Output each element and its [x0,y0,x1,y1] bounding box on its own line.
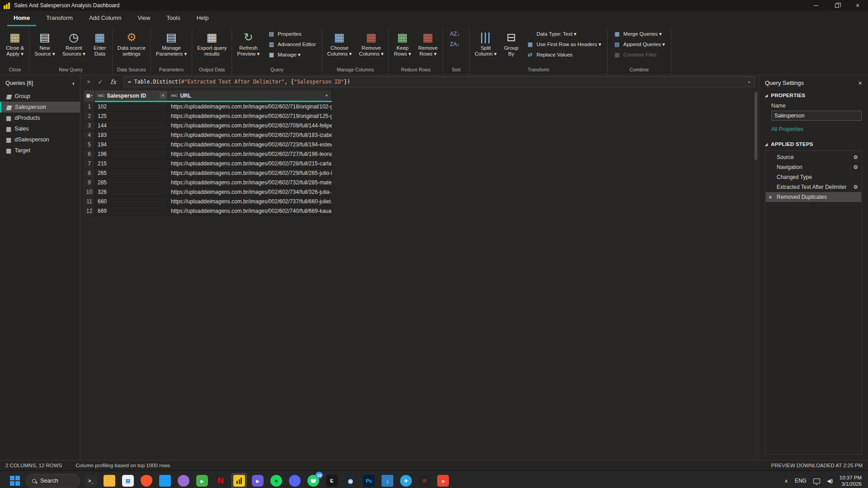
menu-tab[interactable]: Help [190,11,215,26]
cell-salesperson-id[interactable]: 183 [95,131,168,140]
formula-input[interactable]: = Table.Distinct(#"Extracted Text After … [123,76,755,87]
menu-tab[interactable]: Add Column [83,11,128,26]
scrollbar-thumb[interactable] [755,92,757,160]
cell-url[interactable]: https://uploaddeimagens.com.br/images/00… [168,188,332,197]
taskbar-app[interactable]: ▸ [194,473,210,488]
ribbon-button[interactable]: ▤ ManageParameters ▾ [153,29,190,58]
cell-url[interactable]: https://uploaddeimagens.com.br/images/00… [168,112,332,121]
cell-url[interactable]: https://uploaddeimagens.com.br/images/00… [168,150,332,159]
taskbar-app[interactable]: E [324,473,340,488]
cell-salesperson-id[interactable]: 669 [95,206,168,216]
menu-tab[interactable]: View [131,11,156,26]
taskbar-app[interactable]: ☎ 19 [306,473,321,488]
cell-salesperson-id[interactable]: 660 [95,197,168,206]
column-header-url[interactable]: ABC URL ▾ [168,90,332,101]
ribbon-button[interactable]: ↻ RefreshPreview ▾ [234,29,263,58]
ribbon-button[interactable]: Data Type: Text ▾ ▦ Use First Row as Hea… [523,29,605,60]
network-icon[interactable] [813,479,820,483]
gear-icon[interactable]: ⚙ [853,164,858,170]
cell-url[interactable]: https://uploaddeimagens.com.br/images/00… [168,140,332,149]
applied-steps-section-header[interactable]: ◢ APPLIED STEPS [765,141,862,147]
taskbar-app[interactable]: ≈ [269,473,284,488]
query-item[interactable]: ▦ Group [0,91,80,102]
ribbon-button[interactable]: ▦ Merge Queries ▾ ▤ Append Queries ▾ ▦ C… [609,29,669,60]
row-number[interactable]: 9 [84,178,95,187]
cell-url[interactable]: https://uploaddeimagens.com.br/images/00… [168,131,332,140]
row-number[interactable]: 10 [84,188,95,197]
ribbon-button[interactable]: AZ↓ ZA↓ [445,29,467,50]
ribbon-button[interactable]: ▦ Export queryresults [194,29,230,58]
ribbon-button[interactable]: ▦ RemoveColumns ▾ [356,29,387,58]
delete-step-icon[interactable]: × [769,194,777,201]
taskbar-app[interactable]: ⊞ [120,473,136,488]
cell-url[interactable]: https://uploaddeimagens.com.br/images/00… [168,206,332,216]
formula-expand-icon[interactable]: ▾ [748,80,750,84]
row-number[interactable]: 12 [84,206,95,216]
taskbar-app[interactable]: » [435,473,451,488]
taskbar-app[interactable]: ◉ [343,473,358,488]
cell-salesperson-id[interactable]: 326 [95,188,168,197]
row-number[interactable]: 8 [84,169,95,178]
language-indicator[interactable]: ENG [795,478,807,484]
ribbon-button[interactable]: ▤ Properties ▥ Advanced Editor ▦ Manage … [264,29,320,60]
ribbon-button[interactable]: ⊟ GroupBy [501,29,522,58]
cell-url[interactable]: https://uploaddeimagens.com.br/images/00… [168,102,332,111]
taskbar-app[interactable]: N [213,473,228,488]
ribbon-small-button[interactable]: ▥ Advanced Editor [264,40,319,49]
menu-tab[interactable]: Transform [40,11,79,26]
ribbon-small-button[interactable]: ZA↓ [446,40,467,49]
ribbon-small-button[interactable]: ▤ Properties [264,29,319,39]
cell-salesperson-id[interactable]: 265 [95,169,168,178]
filter-dropdown-icon[interactable]: ▾ [160,92,166,99]
applied-step[interactable]: × Removed Duplicates ⚙ [766,192,861,202]
row-number[interactable]: 7 [84,159,95,168]
ribbon-small-button[interactable]: Data Type: Text ▾ [524,29,604,39]
ribbon-small-button[interactable]: ⇄ Replace Values [524,50,604,60]
ribbon-button[interactable]: ▦ Close &Apply ▾ [3,29,27,58]
cell-salesperson-id[interactable]: 215 [95,159,168,168]
applied-step[interactable]: × Navigation ⚙ [766,162,861,172]
ribbon-small-button[interactable]: ▦ Manage ▾ [264,50,319,60]
taskbar-app[interactable]: ✈ [398,473,414,488]
applied-step[interactable]: × Changed Type ⚙ [766,172,861,182]
applied-step[interactable]: × Source ⚙ [766,152,861,162]
query-item[interactable]: ▦ dSalesperson [0,134,80,145]
taskbar-search[interactable]: Search [26,474,80,488]
minimize-button[interactable] [806,0,826,11]
gear-icon[interactable]: ⚙ [853,154,858,160]
taskbar-app[interactable]: Ps [361,473,377,488]
column-header-salesperson-id[interactable]: ABC Salesperson ID ▾ [95,90,168,101]
filter-dropdown-icon[interactable]: ▾ [323,92,330,99]
ribbon-button[interactable]: ▦ KeepRows ▾ [391,29,414,58]
row-number[interactable]: 11 [84,197,95,206]
cell-salesperson-id[interactable]: 102 [95,102,168,111]
all-properties-link[interactable]: All Properties [771,126,862,132]
query-name-input[interactable] [771,111,862,121]
taskbar-app[interactable] [176,473,191,488]
menu-tab[interactable]: Home [7,11,36,26]
start-button[interactable] [7,473,23,488]
taskbar-app[interactable]: ▸ [250,473,265,488]
collapse-pane-icon[interactable]: ‹ [72,81,75,85]
ribbon-button[interactable]: ⚙ Data sourcesettings [114,29,149,58]
cell-salesperson-id[interactable]: 194 [95,140,168,149]
close-button[interactable]: × [847,0,868,11]
menu-tab[interactable]: Tools [160,11,186,26]
applied-step[interactable]: × Extracted Text After Delimiter ⚙ [766,182,861,192]
cell-salesperson-id[interactable]: 196 [95,150,168,159]
cell-url[interactable]: https://uploaddeimagens.com.br/images/00… [168,159,332,168]
select-all-button[interactable]: ▦ ▾ [84,90,95,101]
taskbar-app[interactable]: >_ [83,473,99,488]
volume-icon[interactable]: ◀)) [827,478,833,484]
ribbon-button[interactable]: ▦ EnterData [90,29,110,58]
query-item[interactable]: ▦ Salesperson [0,102,80,113]
cell-salesperson-id[interactable]: 144 [95,121,168,130]
cell-url[interactable]: https://uploaddeimagens.com.br/images/00… [168,169,332,178]
query-item[interactable]: ▦ dProducts [0,113,80,123]
taskbar-app[interactable] [139,473,154,488]
vertical-scrollbar[interactable] [754,91,758,457]
taskbar-app[interactable] [157,473,173,488]
taskbar-app[interactable]: /// [417,473,432,488]
row-number[interactable]: 1 [84,102,95,111]
hidden-icons-chevron[interactable]: ∧ [784,478,788,484]
